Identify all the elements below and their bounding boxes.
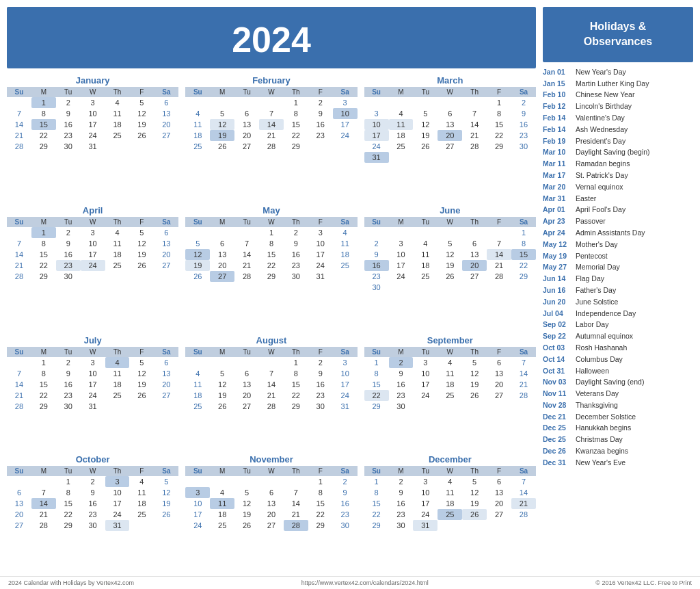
calendar-day: 27 [234,401,259,412]
calendar-day: 9 [284,238,308,249]
calendar-day: 21 [7,130,31,141]
calendar-day: 21 [7,390,31,401]
holiday-date: Sep 22 [543,330,573,342]
calendar-day: 7 [7,368,31,379]
calendar-day: 12 [210,379,234,390]
calendar-day [487,282,511,293]
calendar-day: 4 [129,476,154,487]
calendar-day: 7 [284,487,308,498]
calendar-day: 13 [154,238,178,249]
calendar-day [487,227,511,238]
holiday-name: Memorial Day [576,261,620,273]
calendar-day: 16 [308,119,333,130]
holiday-item: Nov 03Daylight Saving (end) [543,376,693,388]
calendar-day: 27 [259,520,284,531]
holiday-date: Jul 04 [543,308,573,319]
calendar-day: 28 [487,271,511,282]
calendar-day: 6 [259,487,284,498]
holiday-name: April Fool's Day [576,204,625,215]
holiday-name: Halloween [576,365,609,377]
calendar-day [462,282,487,293]
calendar-day: 27 [7,520,31,531]
holiday-item: May 19Pentecost [543,250,693,262]
calendar-day: 29 [511,271,536,282]
calendar-day: 17 [364,130,389,141]
calendar-day [154,401,178,412]
calendar-day [7,227,31,238]
calendar-day: 22 [284,390,308,401]
calendar-day: 16 [389,379,414,390]
calendar-day: 16 [333,498,358,509]
calendar-day [234,476,259,487]
holiday-date: Apr 24 [543,227,573,239]
calendar-day: 7 [31,487,56,498]
calendar-day [129,401,154,412]
holiday-date: Mar 17 [543,170,573,181]
holiday-name: Flag Day [576,273,604,285]
calendar-day: 20 [154,379,178,390]
holiday-date: Nov 11 [543,388,573,400]
calendar-day: 11 [105,238,130,249]
calendar-day: 2 [81,476,105,487]
calendar-day: 13 [438,119,462,130]
holiday-name: Easter [576,193,596,205]
calendar-day: 26 [438,271,462,282]
month-title-june: June [364,205,536,215]
holiday-date: Jun 20 [543,296,573,308]
calendar-day: 15 [259,249,284,260]
calendar-day: 29 [364,520,389,531]
holiday-name: St. Patrick's Day [576,170,628,181]
holiday-name: New Year's Eve [576,457,625,469]
holiday-date: Sep 02 [543,319,573,330]
month-block-march: MarchSuMTuWThFSa123456789101112131415161… [364,75,536,198]
calendar-day: 19 [129,249,154,260]
calendar-day: 15 [364,498,389,509]
holiday-item: Sep 02Labor Day [543,319,693,330]
month-table-march: SuMTuWThFSa12345678910111213141516171819… [364,87,536,163]
calendar-day: 8 [364,487,389,498]
holiday-item: Oct 14Columbus Day [543,354,693,365]
calendar-day: 10 [413,487,438,498]
holiday-item: Feb 12Lincoln's Birthday [543,101,693,112]
calendar-day: 6 [234,108,259,119]
calendar-day: 30 [284,271,308,282]
holiday-name: President's Day [576,135,625,147]
calendar-day: 17 [105,498,130,509]
calendar-day: 21 [31,509,56,520]
calendar-day: 29 [308,520,333,531]
calendar-day: 19 [154,498,178,509]
calendar-day: 5 [185,238,210,249]
holiday-item: Mar 11Ramadan begins [543,158,693,170]
calendar-day [413,152,438,163]
holiday-date: Feb 12 [543,101,573,112]
calendar-day: 29 [31,141,56,152]
holiday-name: June Solstice [576,296,618,308]
calendar-day [259,357,284,368]
calendar-day: 19 [413,130,438,141]
calendar-day: 7 [7,238,31,249]
calendar-day: 11 [210,498,234,509]
month-table-july: SuMTuWThFSa12345678910111213141516171819… [7,347,178,412]
calendar-day [462,97,487,108]
holiday-item: Dec 25Hanukkah begins [543,422,693,434]
calendar-day: 22 [31,130,56,141]
calendar-day: 16 [364,260,389,271]
calendar-day: 6 [7,487,31,498]
calendar-day [210,97,234,108]
calendar-day: 26 [234,520,259,531]
calendar-day: 17 [308,249,333,260]
calendar-day: 7 [234,238,259,249]
calendar-day: 19 [462,379,487,390]
calendar-day: 7 [462,108,487,119]
holiday-name: Father's Day [576,285,616,296]
calendar-day [81,271,105,282]
calendar-day: 16 [56,379,81,390]
calendar-day: 1 [31,357,56,368]
calendar-day: 23 [284,260,308,271]
calendar-day: 23 [56,390,81,401]
calendar-day: 21 [511,498,536,509]
calendar-day: 4 [389,108,414,119]
calendar-day: 14 [259,379,284,390]
calendar-day: 29 [31,271,56,282]
calendar-day: 3 [105,476,130,487]
